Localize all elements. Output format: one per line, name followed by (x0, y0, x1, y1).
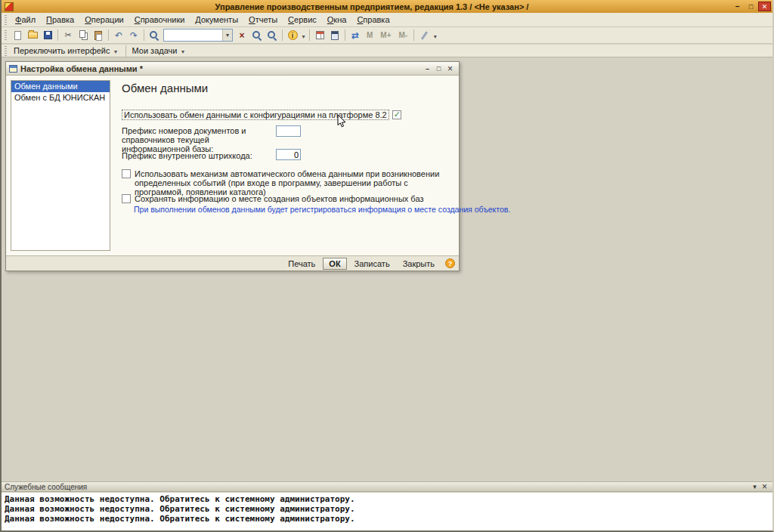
service-menu-button[interactable] (416, 28, 432, 42)
memory-recall-button[interactable]: M (363, 31, 376, 39)
message-line: Данная возможность недоступна. Обратитес… (5, 514, 769, 524)
switch-interface-button[interactable]: Переключить интерфейс (10, 45, 123, 56)
calculator-icon (331, 31, 339, 40)
menubar: Файл Правка Операции Справочники Докумен… (2, 13, 772, 27)
menu-documents[interactable]: Документы (190, 14, 243, 26)
messages-close-button[interactable] (760, 482, 769, 491)
settings-section-list: Обмен данными Обмен с БД ЮНИСКАН (11, 80, 110, 251)
window-titlebar[interactable]: Управление производственным предприятием… (2, 0, 772, 13)
find-in-list-button[interactable] (249, 28, 265, 42)
page-title: Обмен данными (122, 82, 208, 94)
toolbar-separator (309, 29, 310, 41)
menu-file[interactable]: Файл (10, 14, 41, 26)
location-info-note: При выполнении обменов данными будет рег… (134, 205, 510, 214)
dialog-minimize-button[interactable] (422, 63, 433, 73)
dialog-body: Обмен данными Обмен с БД ЮНИСКАН Обмен д… (6, 76, 459, 255)
prefix-numbers-input[interactable] (276, 125, 301, 137)
list-item-uniscan-exchange[interactable]: Обмен с БД ЮНИСКАН (11, 92, 110, 104)
toolbar-separator (282, 29, 283, 41)
save-location-checkbox[interactable] (122, 194, 131, 203)
toolbar-separator (345, 29, 345, 41)
find-next-button[interactable] (265, 28, 280, 42)
window-minimize-button[interactable] (731, 2, 744, 11)
toolbar-grip[interactable] (5, 30, 7, 40)
new-document-button[interactable] (10, 28, 25, 42)
paste-icon (94, 31, 102, 40)
calculator-button[interactable] (327, 28, 342, 42)
dialog-titlebar[interactable]: Настройка обмена данными * (6, 62, 459, 76)
menu-windows[interactable]: Окна (322, 14, 352, 26)
service-menu-caret-icon[interactable] (432, 31, 438, 40)
window-maximize-button[interactable] (745, 2, 757, 11)
ok-button[interactable]: ОК (323, 258, 346, 270)
find-button[interactable] (147, 28, 162, 42)
search-combo-caret-icon[interactable] (222, 29, 232, 41)
auto-exchange-label: Использовать механизм автоматического об… (135, 169, 443, 196)
use-exchange-checkbox[interactable] (392, 110, 401, 119)
save-icon (44, 31, 52, 39)
window-title: Управление производственным предприятием… (14, 2, 730, 11)
dialog-close-button[interactable] (444, 63, 456, 73)
redo-icon (130, 30, 138, 41)
memory-subtract-button[interactable]: M- (395, 31, 412, 39)
service-tool-icon (421, 31, 428, 40)
toolbar-separator (125, 45, 126, 57)
calendar-icon (316, 31, 324, 39)
auto-exchange-checkbox[interactable] (122, 169, 131, 178)
menu-service[interactable]: Сервис (283, 14, 322, 26)
my-tasks-label: Мои задачи (132, 46, 178, 55)
menu-reports[interactable]: Отчеты (243, 14, 283, 26)
close-button[interactable]: Закрыть (398, 258, 440, 269)
print-button[interactable]: Печать (283, 258, 320, 269)
dialog-maximize-button[interactable] (433, 63, 444, 73)
menu-edit[interactable]: Правка (41, 14, 79, 26)
info-menu-button[interactable] (285, 28, 300, 42)
menu-operations[interactable]: Операции (79, 14, 128, 26)
switch-interface-caret-icon (113, 46, 119, 55)
list-item-data-exchange[interactable]: Обмен данными (11, 81, 110, 92)
write-button[interactable]: Записать (349, 258, 395, 269)
toolbar-grip[interactable] (5, 46, 7, 56)
exchange-settings-dialog: Настройка обмена данными * Обмен данными… (5, 61, 460, 271)
menubar-grip[interactable] (5, 15, 7, 25)
menu-help[interactable]: Справка (351, 14, 395, 26)
use-exchange-label: Использовать обмен данными с конфигураци… (122, 110, 389, 120)
copy-icon (79, 30, 85, 38)
memory-add-button[interactable]: M+ (376, 31, 395, 39)
search-combo[interactable] (163, 29, 233, 42)
window-close-button[interactable] (758, 2, 771, 11)
search-icon (252, 31, 262, 40)
main-toolbar: M M+ M- (2, 27, 772, 44)
undo-button[interactable] (111, 28, 126, 42)
use-exchange-row: Использовать обмен данными с конфигураци… (122, 110, 401, 120)
service-messages-body: Данная возможность недоступна. Обратитес… (2, 493, 772, 530)
redo-button[interactable] (126, 28, 141, 42)
service-messages-title: Служебные сообщения (5, 483, 750, 491)
copy-button[interactable] (76, 28, 91, 42)
my-tasks-caret-icon (179, 46, 186, 55)
search-input[interactable] (164, 31, 222, 40)
save-button[interactable] (40, 28, 55, 42)
info-icon (288, 30, 298, 40)
undo-icon (115, 30, 122, 41)
messages-menu-caret-icon[interactable] (750, 482, 760, 491)
exchange-button[interactable] (348, 28, 363, 42)
search-icon (268, 31, 277, 40)
my-tasks-button[interactable]: Мои задачи (128, 45, 190, 56)
message-line: Данная возможность недоступна. Обратитес… (5, 494, 769, 504)
prefix-numbers-label: Префикс номеров документов и справочнико… (122, 126, 274, 153)
service-messages-header: Служебные сообщения (2, 481, 772, 492)
cut-button[interactable] (60, 28, 76, 42)
toolbar-separator (144, 29, 144, 41)
barcode-prefix-input[interactable] (276, 149, 301, 160)
help-button[interactable] (445, 258, 455, 268)
open-button[interactable] (25, 28, 40, 42)
toolbar-separator (57, 29, 58, 41)
menu-catalogs[interactable]: Справочники (129, 14, 190, 26)
calendar-button[interactable] (312, 28, 327, 42)
settings-form: Обмен данными Использовать обмен данными… (117, 76, 456, 255)
application-window: Управление производственным предприятием… (0, 0, 774, 532)
info-menu-caret-icon[interactable] (300, 31, 307, 40)
paste-button[interactable] (91, 28, 106, 42)
clear-search-button[interactable] (234, 28, 249, 42)
